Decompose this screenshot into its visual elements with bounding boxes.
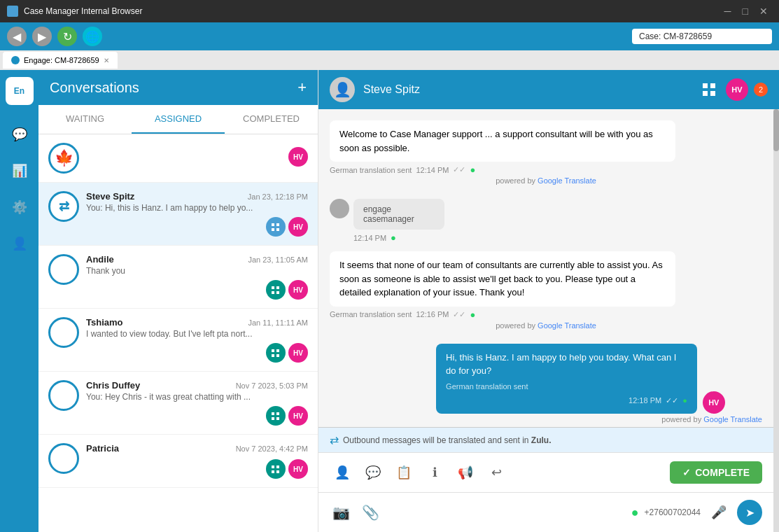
announce-btn[interactable]: 📢 bbox=[453, 460, 478, 485]
maximize-btn[interactable]: □ bbox=[738, 4, 752, 18]
list-item[interactable]: ⇄ Steve Spitz Jan 23, 12:18 PM You: Hi, … bbox=[38, 183, 318, 246]
title-bar-title: Case Manager Internal Browser bbox=[24, 6, 715, 16]
sidebar-item-settings[interactable]: ⚙️ bbox=[7, 195, 32, 220]
message-item: engage casemanager 12:14 PM ● bbox=[330, 199, 762, 243]
conv-name: Steve Spitz bbox=[86, 191, 134, 202]
tab-favicon bbox=[11, 56, 20, 64]
message-bubble-outgoing: Hi, this is Hanz. I am happy to help you… bbox=[436, 344, 697, 414]
refresh-btn[interactable]: ↻ bbox=[57, 27, 77, 46]
list-item[interactable]: Tshiamo Jan 11, 11:11 AM I wanted to vie… bbox=[38, 309, 318, 372]
sidebar-logo: En bbox=[6, 77, 34, 105]
add-conversation-btn[interactable]: + bbox=[297, 78, 307, 97]
chat-scrollbar[interactable] bbox=[773, 109, 779, 532]
camera-btn[interactable]: 📷 bbox=[330, 501, 352, 524]
msg-meta: German translation sent 12:14 PM ✓✓ ● bbox=[330, 164, 762, 175]
minimize-btn[interactable]: ─ bbox=[720, 4, 736, 18]
conversation-list: 🍁 HV ⇄ Steve Spitz Jan 23, 12:18 PM bbox=[38, 134, 318, 532]
chat-btn[interactable]: 💬 bbox=[360, 460, 386, 485]
transfer-btn[interactable]: ↩ bbox=[484, 460, 509, 485]
sidebar-item-user[interactable]: 👤 bbox=[7, 231, 32, 256]
chat-header: 👤 Steve Spitz HV 2 bbox=[318, 70, 779, 109]
app-container: En 💬 📊 ⚙️ 👤 Conversations + WAITING ASSI… bbox=[0, 70, 779, 532]
chat-toolbar: 👤 💬 📋 ℹ 📢 ↩ ✓ COMPLETE bbox=[318, 452, 773, 492]
msg-time: 12:18 PM bbox=[629, 395, 661, 407]
msg-time: 12:16 PM bbox=[416, 310, 449, 318]
list-item[interactable]: Andile Jan 23, 11:05 AM Thank you HV bbox=[38, 246, 318, 309]
conv-name: Chris Duffey bbox=[86, 380, 140, 391]
header-actions: HV 2 bbox=[698, 78, 768, 101]
conv-message: I wanted to view today. But I've left pt… bbox=[86, 329, 308, 339]
tab-waiting[interactable]: WAITING bbox=[38, 105, 132, 134]
msg-meta: 12:14 PM ● bbox=[353, 232, 454, 243]
notification-badge: 2 bbox=[754, 83, 768, 97]
attachment-btn[interactable]: 📎 bbox=[359, 501, 381, 524]
tab-close-btn[interactable]: ✕ bbox=[104, 57, 109, 64]
agent-avatar-sm bbox=[330, 199, 349, 218]
tab-bar: Engage: CM-8728659 ✕ bbox=[0, 50, 779, 70]
scroll-thumb[interactable] bbox=[773, 109, 779, 151]
avatar bbox=[48, 443, 79, 474]
chat-messages: Welcome to Case Manager support ... a su… bbox=[318, 109, 773, 427]
conv-time: Nov 7 2023, 4:42 PM bbox=[236, 444, 308, 453]
teal-badge bbox=[266, 459, 286, 479]
agent-badge: HV bbox=[288, 406, 308, 426]
list-item[interactable]: Patricia Nov 7 2023, 4:42 PM HV bbox=[38, 435, 318, 488]
forward-btn[interactable]: ▶ bbox=[32, 27, 52, 46]
sidebar-item-analytics[interactable]: 📊 bbox=[7, 158, 32, 183]
conv-name: Tshiamo bbox=[86, 317, 123, 328]
conv-time: Jan 23, 11:05 AM bbox=[248, 255, 308, 264]
conv-name: Andile bbox=[86, 254, 114, 265]
grid-view-btn[interactable] bbox=[698, 78, 720, 101]
check-mark-icon: ✓ bbox=[682, 467, 691, 478]
info-btn[interactable]: ℹ bbox=[422, 460, 447, 485]
home-btn[interactable]: 🌐 bbox=[83, 27, 102, 46]
back-btn[interactable]: ◀ bbox=[7, 27, 27, 46]
send-button[interactable]: ➤ bbox=[737, 500, 762, 525]
close-btn[interactable]: ✕ bbox=[755, 4, 772, 18]
conv-badges: HV bbox=[86, 217, 308, 237]
case-search[interactable]: Case: CM-8728659 bbox=[632, 29, 772, 44]
complete-button[interactable]: ✓ COMPLETE bbox=[670, 461, 762, 484]
svg-rect-1 bbox=[710, 83, 715, 88]
window-controls[interactable]: ─ □ ✕ bbox=[720, 4, 772, 18]
svg-rect-3 bbox=[710, 91, 715, 96]
tab-label: Engage: CM-8728659 bbox=[24, 56, 99, 64]
contact-info-btn[interactable]: 👤 bbox=[330, 460, 355, 485]
msg-meta: 12:18 PM ✓✓ ● bbox=[446, 395, 687, 407]
conv-info: Andile Jan 23, 11:05 AM Thank you HV bbox=[86, 254, 308, 300]
check-icon: ✓✓ bbox=[453, 165, 465, 174]
check-icon: ✓✓ bbox=[453, 310, 465, 319]
whatsapp-icon: ● bbox=[470, 309, 475, 320]
message-item: It seems that none of our team of consul… bbox=[330, 251, 762, 335]
msg-translation-label: German translation sent bbox=[330, 166, 412, 174]
agent-badge: HV bbox=[288, 343, 308, 363]
svg-rect-2 bbox=[703, 91, 708, 96]
tab-assigned[interactable]: ASSIGNED bbox=[132, 105, 225, 134]
chat-main: Welcome to Case Manager support ... a su… bbox=[318, 109, 773, 532]
document-btn[interactable]: 📋 bbox=[391, 460, 416, 485]
list-item[interactable]: 🍁 HV bbox=[38, 134, 318, 183]
conv-info: Chris Duffey Nov 7 2023, 5:03 PM You: He… bbox=[86, 380, 308, 426]
title-bar: Case Manager Internal Browser ─ □ ✕ bbox=[0, 0, 779, 22]
system-message: engage casemanager bbox=[353, 199, 444, 230]
conversations-panel: Conversations + WAITING ASSIGNED COMPLET… bbox=[38, 70, 318, 532]
avatar: 🍁 bbox=[48, 143, 79, 174]
teal-badge bbox=[266, 280, 286, 300]
message-bubble: It seems that none of our team of consul… bbox=[330, 251, 675, 307]
conv-badges: HV bbox=[86, 147, 308, 167]
sidebar-item-conversations[interactable]: 💬 bbox=[7, 122, 32, 147]
browser-tab[interactable]: Engage: CM-8728659 ✕ bbox=[3, 52, 118, 69]
agent-badge: HV bbox=[288, 280, 308, 300]
voice-btn[interactable]: 🎤 bbox=[708, 501, 730, 524]
conv-info: Tshiamo Jan 11, 11:11 AM I wanted to vie… bbox=[86, 317, 308, 363]
message-item: Hi, this is Hanz. I am happy to help you… bbox=[330, 344, 762, 428]
conv-name: Patricia bbox=[86, 443, 119, 454]
translation-bar: ⇄ Outbound messages will be translated a… bbox=[318, 427, 773, 452]
outgoing-agent-badge: HV bbox=[703, 391, 725, 414]
msg-translation-outgoing: German translation sent bbox=[446, 381, 687, 393]
msg-time: 12:14 PM bbox=[353, 234, 386, 242]
conv-badges: HV bbox=[86, 280, 308, 300]
list-item[interactable]: Chris Duffey Nov 7 2023, 5:03 PM You: He… bbox=[38, 372, 318, 435]
contact-name: Steve Spitz bbox=[363, 83, 689, 96]
tab-completed[interactable]: COMPLETED bbox=[225, 105, 318, 134]
